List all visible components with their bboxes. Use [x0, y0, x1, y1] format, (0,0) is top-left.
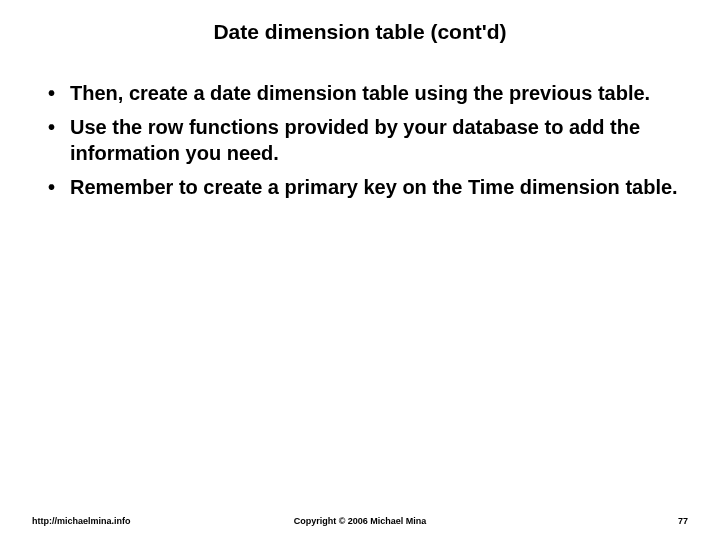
bullet-item: Remember to create a primary key on the … — [40, 174, 680, 200]
bullet-list: Then, create a date dimension table usin… — [40, 80, 680, 200]
bullet-item: Then, create a date dimension table usin… — [40, 80, 680, 106]
footer-copyright: Copyright © 2006 Michael Mina — [0, 516, 720, 526]
slide-title: Date dimension table (cont'd) — [0, 20, 720, 44]
footer-page-number: 77 — [678, 516, 688, 526]
slide: Date dimension table (cont'd) Then, crea… — [0, 0, 720, 540]
bullet-item: Use the row functions provided by your d… — [40, 114, 680, 166]
slide-body: Then, create a date dimension table usin… — [40, 80, 680, 208]
